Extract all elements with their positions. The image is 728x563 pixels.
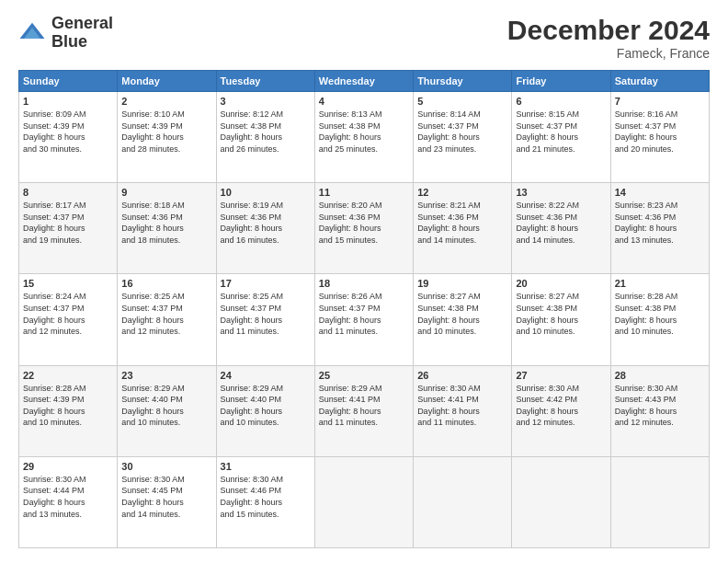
day-info: Sunrise: 8:22 AMSunset: 4:36 PMDaylight:…: [516, 200, 606, 246]
logo: General Blue: [18, 15, 113, 52]
day-info: Sunrise: 8:29 AMSunset: 4:41 PMDaylight:…: [319, 383, 409, 429]
day-number: 26: [417, 370, 507, 381]
day-number: 28: [615, 370, 705, 381]
table-row: 10 Sunrise: 8:19 AMSunset: 4:36 PMDaylig…: [216, 183, 314, 274]
day-info: Sunrise: 8:30 AMSunset: 4:43 PMDaylight:…: [615, 383, 705, 429]
col-saturday: Saturday: [610, 71, 709, 92]
col-tuesday: Tuesday: [216, 71, 314, 92]
day-number: 23: [121, 370, 211, 381]
day-number: 14: [615, 187, 705, 198]
day-number: 21: [615, 278, 705, 289]
day-number: 5: [417, 96, 507, 107]
table-row: 21 Sunrise: 8:28 AMSunset: 4:38 PMDaylig…: [610, 274, 709, 365]
table-row: 12 Sunrise: 8:21 AMSunset: 4:36 PMDaylig…: [414, 183, 512, 274]
day-number: 22: [23, 370, 113, 381]
day-info: Sunrise: 8:26 AMSunset: 4:37 PMDaylight:…: [319, 291, 409, 337]
day-number: 24: [221, 370, 311, 381]
day-number: 27: [516, 370, 606, 381]
day-info: Sunrise: 8:28 AMSunset: 4:38 PMDaylight:…: [615, 291, 705, 337]
day-info: Sunrise: 8:20 AMSunset: 4:36 PMDaylight:…: [319, 200, 409, 246]
table-row: 18 Sunrise: 8:26 AMSunset: 4:37 PMDaylig…: [314, 274, 413, 365]
day-info: Sunrise: 8:25 AMSunset: 4:37 PMDaylight:…: [121, 291, 211, 337]
day-number: 6: [516, 96, 606, 107]
day-number: 31: [221, 461, 311, 472]
logo-line2: Blue: [51, 33, 113, 52]
col-sunday: Sunday: [19, 71, 118, 92]
day-number: 17: [221, 278, 311, 289]
col-monday: Monday: [118, 71, 216, 92]
table-row: 8 Sunrise: 8:17 AMSunset: 4:37 PMDayligh…: [19, 183, 118, 274]
table-row: 14 Sunrise: 8:23 AMSunset: 4:36 PMDaylig…: [610, 183, 709, 274]
table-row: 17 Sunrise: 8:25 AMSunset: 4:37 PMDaylig…: [216, 274, 314, 365]
day-info: Sunrise: 8:16 AMSunset: 4:37 PMDaylight:…: [615, 109, 705, 155]
table-row: 19 Sunrise: 8:27 AMSunset: 4:38 PMDaylig…: [414, 274, 512, 365]
table-row: 30 Sunrise: 8:30 AMSunset: 4:45 PMDaylig…: [118, 456, 216, 547]
day-info: Sunrise: 8:28 AMSunset: 4:39 PMDaylight:…: [23, 383, 113, 429]
table-row: 27 Sunrise: 8:30 AMSunset: 4:42 PMDaylig…: [512, 365, 610, 456]
day-info: Sunrise: 8:27 AMSunset: 4:38 PMDaylight:…: [516, 291, 606, 337]
day-number: 20: [516, 278, 606, 289]
day-info: Sunrise: 8:19 AMSunset: 4:36 PMDaylight:…: [221, 200, 311, 246]
day-number: 10: [221, 187, 311, 198]
day-number: 25: [319, 370, 409, 381]
day-info: Sunrise: 8:09 AMSunset: 4:39 PMDaylight:…: [23, 109, 113, 155]
calendar-week-3: 15 Sunrise: 8:24 AMSunset: 4:37 PMDaylig…: [19, 274, 710, 365]
table-row: 15 Sunrise: 8:24 AMSunset: 4:37 PMDaylig…: [19, 274, 118, 365]
day-info: Sunrise: 8:30 AMSunset: 4:44 PMDaylight:…: [23, 474, 113, 520]
day-number: 9: [121, 187, 211, 198]
calendar-header-row: Sunday Monday Tuesday Wednesday Thursday…: [19, 71, 710, 92]
day-info: Sunrise: 8:21 AMSunset: 4:36 PMDaylight:…: [417, 200, 507, 246]
logo-line1: General: [51, 15, 113, 33]
table-row: 16 Sunrise: 8:25 AMSunset: 4:37 PMDaylig…: [118, 274, 216, 365]
table-row: 6 Sunrise: 8:15 AMSunset: 4:37 PMDayligh…: [512, 92, 610, 183]
month-title: December 2024: [507, 15, 710, 46]
table-row: 11 Sunrise: 8:20 AMSunset: 4:36 PMDaylig…: [314, 183, 413, 274]
day-info: Sunrise: 8:30 AMSunset: 4:46 PMDaylight:…: [221, 474, 311, 520]
table-row: 22 Sunrise: 8:28 AMSunset: 4:39 PMDaylig…: [19, 365, 118, 456]
col-wednesday: Wednesday: [314, 71, 413, 92]
logo-icon: [18, 19, 46, 47]
calendar-week-4: 22 Sunrise: 8:28 AMSunset: 4:39 PMDaylig…: [19, 365, 710, 456]
table-row: 2 Sunrise: 8:10 AMSunset: 4:39 PMDayligh…: [118, 92, 216, 183]
day-info: Sunrise: 8:25 AMSunset: 4:37 PMDaylight:…: [221, 291, 311, 337]
table-row: 26 Sunrise: 8:30 AMSunset: 4:41 PMDaylig…: [414, 365, 512, 456]
table-row: 29 Sunrise: 8:30 AMSunset: 4:44 PMDaylig…: [19, 456, 118, 547]
day-number: 29: [23, 461, 113, 472]
day-info: Sunrise: 8:23 AMSunset: 4:36 PMDaylight:…: [615, 200, 705, 246]
header: General Blue December 2024 Fameck, Franc…: [18, 15, 710, 61]
day-info: Sunrise: 8:12 AMSunset: 4:38 PMDaylight:…: [221, 109, 311, 155]
table-row: 25 Sunrise: 8:29 AMSunset: 4:41 PMDaylig…: [314, 365, 413, 456]
calendar-week-2: 8 Sunrise: 8:17 AMSunset: 4:37 PMDayligh…: [19, 183, 710, 274]
day-number: 16: [121, 278, 211, 289]
day-info: Sunrise: 8:15 AMSunset: 4:37 PMDaylight:…: [516, 109, 606, 155]
day-number: 8: [23, 187, 113, 198]
table-row: 28 Sunrise: 8:30 AMSunset: 4:43 PMDaylig…: [610, 365, 709, 456]
day-number: 18: [319, 278, 409, 289]
table-row: 13 Sunrise: 8:22 AMSunset: 4:36 PMDaylig…: [512, 183, 610, 274]
day-info: Sunrise: 8:30 AMSunset: 4:41 PMDaylight:…: [417, 383, 507, 429]
day-info: Sunrise: 8:18 AMSunset: 4:36 PMDaylight:…: [121, 200, 211, 246]
table-row: 9 Sunrise: 8:18 AMSunset: 4:36 PMDayligh…: [118, 183, 216, 274]
col-thursday: Thursday: [414, 71, 512, 92]
table-row: [414, 456, 512, 547]
day-info: Sunrise: 8:10 AMSunset: 4:39 PMDaylight:…: [121, 109, 211, 155]
day-info: Sunrise: 8:29 AMSunset: 4:40 PMDaylight:…: [121, 383, 211, 429]
day-number: 30: [121, 461, 211, 472]
logo-text: General Blue: [51, 15, 113, 52]
day-info: Sunrise: 8:30 AMSunset: 4:45 PMDaylight:…: [121, 474, 211, 520]
page: General Blue December 2024 Fameck, Franc…: [0, 0, 728, 563]
table-row: [512, 456, 610, 547]
title-block: December 2024 Fameck, France: [507, 15, 710, 61]
day-number: 7: [615, 96, 705, 107]
day-number: 19: [417, 278, 507, 289]
location-title: Fameck, France: [507, 46, 710, 61]
table-row: [314, 456, 413, 547]
day-info: Sunrise: 8:13 AMSunset: 4:38 PMDaylight:…: [319, 109, 409, 155]
calendar-table: Sunday Monday Tuesday Wednesday Thursday…: [18, 70, 710, 548]
day-info: Sunrise: 8:24 AMSunset: 4:37 PMDaylight:…: [23, 291, 113, 337]
table-row: [610, 456, 709, 547]
day-number: 3: [221, 96, 311, 107]
table-row: 20 Sunrise: 8:27 AMSunset: 4:38 PMDaylig…: [512, 274, 610, 365]
day-number: 12: [417, 187, 507, 198]
day-info: Sunrise: 8:30 AMSunset: 4:42 PMDaylight:…: [516, 383, 606, 429]
